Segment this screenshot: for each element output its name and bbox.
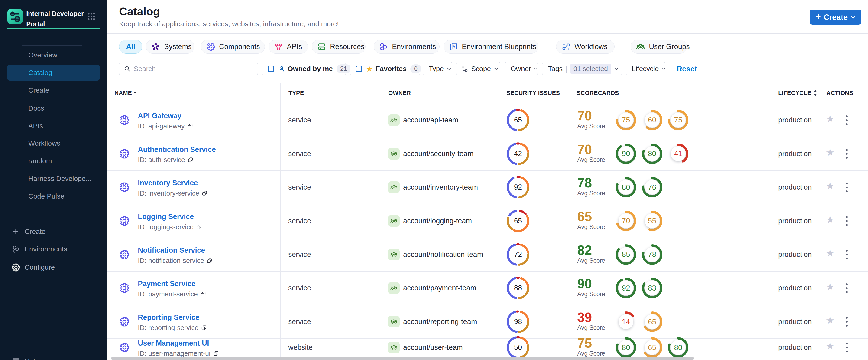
svg-text:A: A: [453, 44, 455, 48]
